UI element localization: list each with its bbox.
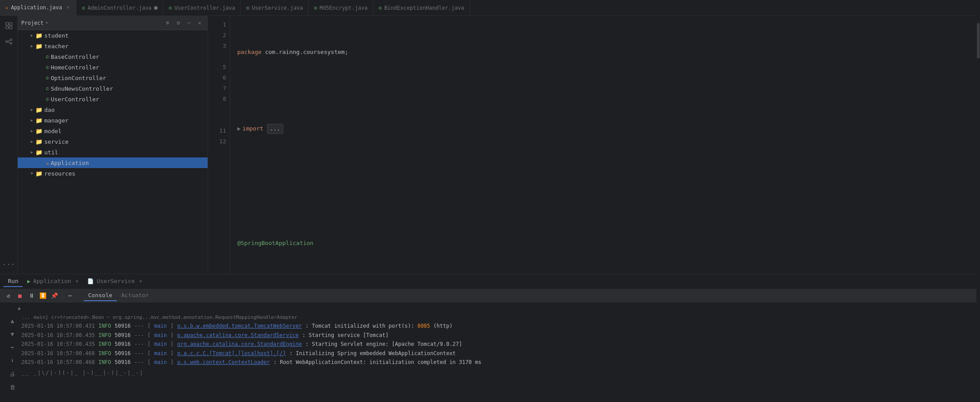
wrap-icon[interactable]: ⬇: [7, 355, 18, 367]
code-line-4: [237, 162, 980, 172]
log-line-4: 2025-01-16 10:57:00.468 INFO 50916 --- […: [21, 349, 976, 358]
svg-rect-1: [9, 23, 12, 25]
tab-user-controller[interactable]: ◎ UserController.java: [163, 0, 241, 15]
tree-item-home-controller[interactable]: © HomeController: [18, 62, 208, 73]
svg-line-7: [8, 40, 10, 42]
left-toolbar: ···: [0, 16, 18, 274]
bottom-tab-userservice[interactable]: 📄 UserService ✕: [83, 276, 147, 287]
expand-arrow-model: ▶: [28, 127, 35, 134]
ctrl-icon-5: ◎: [378, 5, 382, 11]
svg-line-8: [8, 42, 10, 43]
sidebar-settings-btn[interactable]: ⚙: [174, 19, 183, 27]
expand-arrow-student: ▶: [28, 32, 35, 39]
ctrl-icon-3: ◎: [246, 5, 249, 11]
actuator-tab[interactable]: Actuator: [117, 290, 154, 301]
code-line-1: package com.rainng.coursesystem;: [237, 47, 980, 57]
scroll-down-icon[interactable]: ▼: [7, 329, 18, 340]
bottom-panel: Run ▶ Application ✕ 📄 UserService ✕ ↺ ■ …: [0, 274, 980, 402]
service-label: service: [44, 138, 69, 145]
log-line-1: 2025-01-16 10:57:00.431 INFO 50916 --- […: [21, 322, 976, 330]
bottom-tab-application[interactable]: ▶ Application ✕: [23, 276, 83, 287]
bottom-tab-run[interactable]: Run: [4, 276, 23, 287]
ctrl-file-icon-2: ©: [46, 65, 49, 70]
sidebar-close-btn[interactable]: ✕: [195, 19, 204, 27]
tree-item-util[interactable]: ▶ 📁 util: [18, 147, 208, 157]
code-content: package com.rainng.coursesystem; ▶ impor…: [230, 16, 980, 274]
tree-item-resources[interactable]: ▼ 📁 resources: [18, 168, 208, 179]
ctrl-file-icon: ©: [46, 54, 49, 60]
format-icon[interactable]: ⬌: [7, 342, 18, 353]
console-tab[interactable]: Console: [84, 290, 117, 301]
tree-item-manager[interactable]: ▶ 📁 manager: [18, 115, 208, 126]
tree-item-application[interactable]: ☕ Application: [18, 157, 208, 168]
svg-rect-3: [9, 26, 12, 29]
ctrl-icon: ◎: [82, 5, 85, 11]
editor-tab-bar: ☕ Application.java ✕ ◎ AdminController.j…: [0, 0, 980, 16]
tree-item-sdnu-controller[interactable]: © SdnuNewsController: [18, 83, 208, 94]
tab-bind-exception[interactable]: ◎ BindExceptionHandler.java: [373, 0, 470, 15]
more-tools-icon[interactable]: ···: [3, 258, 15, 270]
tab-md5encrypt[interactable]: ◎ Md5Encrypt.java: [309, 0, 373, 15]
userservice-tab-close[interactable]: ✕: [139, 278, 143, 284]
import-block[interactable]: ...: [267, 124, 283, 134]
pin-btn[interactable]: 📌: [50, 291, 59, 301]
resume-btn[interactable]: ⏬: [38, 291, 48, 301]
bottom-toolbar: ↺ ■ ⏸ ⏬ 📌 ⋯ Console Actuator: [0, 289, 980, 302]
tree-item-teacher[interactable]: ▶ 📁 teacher: [18, 41, 208, 51]
modified-dot: [154, 6, 158, 10]
terminal-waveform: __ _|\/|-)(-|_ |-)__|-)|_-|_-|: [21, 368, 976, 377]
tree-item-model[interactable]: ▶ 📁 model: [18, 126, 208, 136]
app-tab-close[interactable]: ✕: [76, 278, 79, 284]
svg-rect-2: [6, 26, 8, 29]
tree-item-dao[interactable]: ▶ 📁 dao: [18, 104, 208, 115]
ctrl-file-icon-5: ©: [46, 96, 49, 102]
project-sidebar: Project ▾ ⊕ ⚙ ⋯ ✕ ▶ 📁 student: [18, 16, 208, 274]
tab-application[interactable]: ☕ Application.java ✕: [0, 0, 77, 15]
tab-admin-controller[interactable]: ◎ AdminController.java: [77, 0, 163, 15]
bottom-tab-bar: Run ▶ Application ✕ 📄 UserService ✕: [0, 274, 980, 289]
project-tree: ▶ 📁 student ▶ 📁 teacher © BaseController: [18, 30, 208, 274]
scroll-up-btn[interactable]: ▲: [18, 304, 21, 313]
expand-arrow-dao: ▶: [28, 106, 35, 113]
doc-icon: 📄: [87, 278, 94, 284]
pause-btn[interactable]: ⏸: [27, 291, 36, 301]
code-editor-area: 1 2 3 5 6 7 8 11 12 package com.rai: [208, 16, 980, 274]
print-icon[interactable]: 🖨: [7, 368, 18, 380]
code-line-2: [237, 85, 980, 96]
more-btn[interactable]: ⋯: [65, 291, 75, 301]
teacher-label: teacher: [44, 43, 69, 50]
code-editor[interactable]: 1 2 3 5 6 7 8 11 12 package com.rai: [208, 16, 980, 274]
collapse-arrow[interactable]: ▶: [237, 124, 241, 134]
structure-icon[interactable]: [3, 35, 15, 48]
sidebar-title: Project ▾: [21, 20, 48, 26]
code-line-6: ▶ ▶ @SpringBootApplication: [237, 238, 980, 249]
code-line-5: [237, 200, 980, 211]
tab-close-application[interactable]: ✕: [65, 4, 71, 11]
app-run-icon: ▶: [27, 278, 30, 284]
sidebar-scope-btn[interactable]: ⊕: [163, 19, 172, 27]
log-line-2: 2025-01-16 10:57:00.435 INFO 50916 --- […: [21, 331, 976, 340]
stop-btn[interactable]: ■: [15, 291, 25, 301]
console-output: ▲ ▲ ▼ ⬌ ⬇ 🖨 🗑 ... main] cr<truncated>.Be: [0, 302, 980, 402]
java-file-icon: ☕: [46, 160, 49, 166]
svg-point-5: [10, 39, 12, 41]
project-icon[interactable]: [3, 19, 15, 32]
tree-item-option-controller[interactable]: © OptionController: [18, 73, 208, 83]
expand-arrow-teacher: ▶: [28, 42, 35, 50]
ctrl-icon-2: ◎: [169, 5, 172, 11]
expand-arrow-manager: ▶: [28, 117, 35, 124]
userservice-tab-label: UserService: [96, 278, 135, 284]
sidebar-more-btn[interactable]: ⋯: [185, 19, 193, 27]
tree-item-user-controller[interactable]: © UserController: [18, 94, 208, 104]
restart-btn[interactable]: ↺: [4, 291, 13, 301]
clear-icon[interactable]: 🗑: [7, 382, 18, 393]
tree-item-base-controller[interactable]: © BaseController: [18, 51, 208, 62]
scroll-up-icon[interactable]: ▲: [7, 315, 18, 327]
ctrl-icon-4: ◎: [314, 5, 317, 11]
tree-item-service[interactable]: ▶ 📁 service: [18, 136, 208, 147]
ctrl-file-icon-3: ©: [46, 75, 49, 81]
expand-arrow-util: ▶: [28, 149, 35, 156]
sidebar-header: Project ▾ ⊕ ⚙ ⋯ ✕: [18, 16, 208, 30]
tree-item-student[interactable]: ▶ 📁 student: [18, 30, 208, 41]
tab-user-service[interactable]: ◎ UserService.java: [241, 0, 309, 15]
